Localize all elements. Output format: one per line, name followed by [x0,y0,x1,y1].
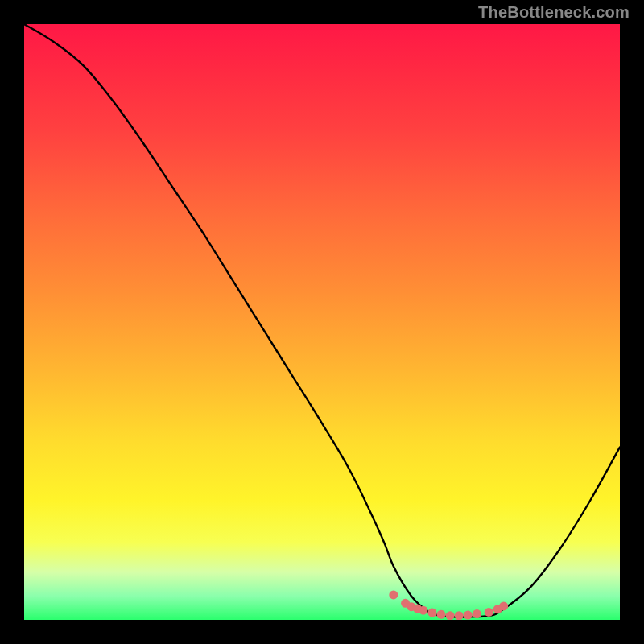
highlight-dot [455,611,464,620]
highlight-dot [464,611,473,620]
highlight-dot [499,601,508,610]
highlight-dot [446,611,455,620]
highlight-dot [437,610,446,619]
watermark-text: TheBottleneck.com [478,3,630,22]
chart-container: TheBottleneck.com [0,0,644,644]
plot-area [24,24,620,620]
highlight-dot [427,609,436,617]
highlight-dot [485,608,493,617]
highlight-dot [389,590,398,599]
chart-dots [389,590,508,620]
highlight-dot [419,606,427,615]
highlight-dot [473,609,481,618]
chart-svg [24,24,620,620]
chart-curve [24,24,620,617]
